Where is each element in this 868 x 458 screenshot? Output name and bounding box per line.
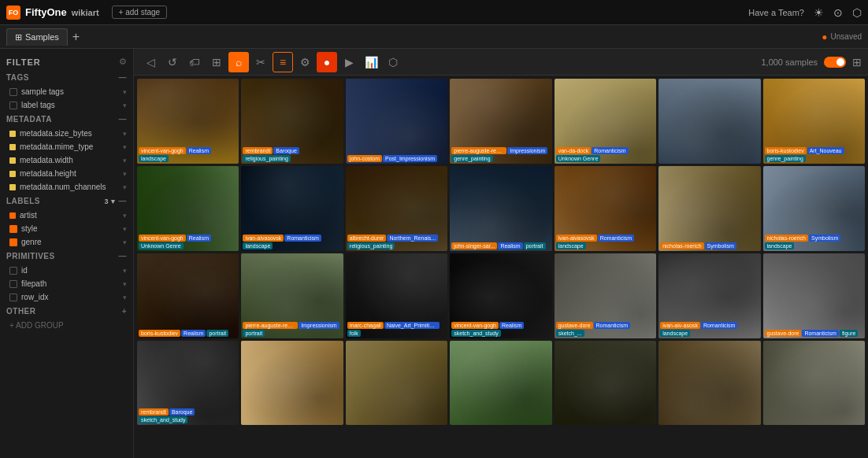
image-cell[interactable] <box>555 341 656 426</box>
image-cell[interactable]: rembrandtBaroquereligious_painting <box>241 79 343 164</box>
image-cell[interactable]: boris-kustodievArt_Nouveaugenre_painting <box>763 79 865 164</box>
cluster-button[interactable]: ⬡ <box>383 52 403 72</box>
image-cell[interactable]: marc-chagallNaive_Art_Primitivismfolk <box>346 253 447 338</box>
sidebar-item-sample-tags[interactable]: sample tags ▾ <box>0 85 133 98</box>
image-cell[interactable] <box>763 341 865 426</box>
image-tag: landscape <box>660 330 690 337</box>
section-tags-label: TAGS <box>6 73 29 82</box>
github-icon[interactable]: ⊙ <box>833 6 843 19</box>
image-cell[interactable] <box>658 341 760 426</box>
label-tags-checkbox[interactable] <box>9 102 17 109</box>
tab-add-button[interactable]: + <box>68 30 84 44</box>
image-tag: rembrandt <box>139 408 169 416</box>
image-tag: vincent-van-gogh <box>139 147 186 154</box>
image-cell[interactable]: ivan-aivasovskRomanticismlandscape <box>241 166 343 251</box>
image-cell[interactable] <box>241 341 343 426</box>
image-cell[interactable]: nicholas-roerichSymbolismlandscape <box>763 166 865 251</box>
meta-height-dot <box>9 171 16 177</box>
image-tag: Art_Nouveau <box>807 147 844 154</box>
image-cell[interactable]: vincent-van-goghRealismsketch_and_study <box>450 253 551 338</box>
have-a-team-link[interactable]: Have a Team? <box>748 8 804 17</box>
grid-view-icon[interactable]: ⊞ <box>852 56 862 68</box>
sidebar-item-artist[interactable]: artist ▾ <box>0 209 133 222</box>
image-tag: Realism <box>187 147 211 154</box>
style-checkbox[interactable] <box>9 225 17 233</box>
image-cell[interactable] <box>450 341 551 426</box>
label-tags-label: label tags <box>21 101 123 109</box>
add-group-button[interactable]: + ADD GROUP <box>0 319 133 332</box>
samples-info: 1,000 samples ⊞ <box>761 56 862 68</box>
tags-button[interactable]: 🏷 <box>184 52 205 72</box>
tab-samples[interactable]: ⊞ Samples <box>6 28 68 46</box>
image-tags: albrecht-durerNorthern_Renais...religiou… <box>347 235 446 249</box>
select-button[interactable]: ✂ <box>250 52 271 72</box>
image-tag: landscape <box>139 155 169 162</box>
color-button[interactable]: ● <box>317 52 337 72</box>
chart-button[interactable]: 📊 <box>361 52 381 72</box>
filepath-checkbox[interactable] <box>9 280 17 288</box>
sample-tags-checkbox[interactable] <box>9 88 17 96</box>
refresh-button[interactable]: ↺ <box>162 52 183 72</box>
image-cell[interactable]: vincent-van-goghRealismUnknown Genre <box>137 166 239 251</box>
sidebar: FILTER ⚙ TAGS — sample tags ▾ label tags… <box>0 49 134 458</box>
sidebar-item-row-idx[interactable]: row_idx ▾ <box>0 290 133 304</box>
row-idx-checkbox[interactable] <box>9 294 17 301</box>
section-labels-collapse[interactable]: — <box>119 197 128 205</box>
section-other-add[interactable]: + <box>122 307 127 316</box>
image-cell[interactable]: pierre-auguste-renoirImpressionismgenre_… <box>450 79 551 164</box>
image-cell[interactable]: vincent-van-goghRealismlandscape <box>137 79 239 164</box>
sidebar-item-meta-width[interactable]: metadata.width ▾ <box>0 153 133 167</box>
image-cell[interactable]: ivan-aivasovskRomanticismlandscape <box>555 166 656 251</box>
search-button[interactable]: ⌕ <box>228 52 249 72</box>
back-button[interactable]: ◁ <box>140 52 161 72</box>
image-cell[interactable]: nicholas-roerichSymbolism <box>658 166 760 251</box>
section-primitives-collapse[interactable]: — <box>119 252 128 260</box>
image-cell[interactable]: gustave-doreRomanticismsketch_... <box>555 253 656 338</box>
github-octocat-icon[interactable]: ⬡ <box>852 6 862 19</box>
toggle-switch[interactable] <box>824 57 846 68</box>
image-tag: john-singer-sar... <box>451 242 497 249</box>
image-cell[interactable]: gustave-doreRomanticismfigure <box>763 253 865 338</box>
genre-label: genre <box>21 238 123 246</box>
image-tag: genre_painting <box>765 155 806 162</box>
image-cell[interactable]: van-da-dockRomanticismUnknown Genre <box>555 79 656 164</box>
image-cell[interactable] <box>346 341 447 426</box>
sidebar-item-meta-mime[interactable]: metadata.mime_type ▾ <box>0 140 133 153</box>
image-cell[interactable]: pierre-auguste-renoirImpressionismportra… <box>241 253 343 338</box>
genre-checkbox[interactable] <box>9 238 17 246</box>
image-cell[interactable]: boris-kustodievRealismportrait <box>137 253 239 338</box>
image-tags: gustave-doreRomanticismsketch_... <box>556 322 655 337</box>
id-checkbox[interactable] <box>9 267 17 275</box>
image-tag: Unknown Genre <box>139 242 184 249</box>
sidebar-item-label-tags[interactable]: label tags ▾ <box>0 98 133 112</box>
image-cell[interactable]: rembrandtBaroquesketch_and_study <box>137 341 239 426</box>
filter-settings-icon[interactable]: ⚙ <box>119 57 127 67</box>
sun-icon[interactable]: ☀ <box>814 6 824 19</box>
image-tag: nicholas-roerich <box>765 235 808 242</box>
sidebar-item-filepath[interactable]: filepath ▾ <box>0 277 133 290</box>
grid-button[interactable]: ⊞ <box>206 52 227 72</box>
play-button[interactable]: ▶ <box>339 52 359 72</box>
image-cell[interactable]: albrecht-durerNorthern_Renais...religiou… <box>346 166 447 251</box>
image-cell[interactable]: john-costomPost_Impressionism <box>346 79 447 164</box>
image-tags: rembrandtBaroquereligious_painting <box>243 147 341 162</box>
settings-button[interactable]: ⚙ <box>295 52 315 72</box>
list-button[interactable]: ≡ <box>273 52 293 72</box>
main-content: FILTER ⚙ TAGS — sample tags ▾ label tags… <box>0 49 868 458</box>
sidebar-item-meta-height[interactable]: metadata.height ▾ <box>0 167 133 180</box>
section-labels: LABELS 3 ▾ — <box>0 194 133 209</box>
image-cell[interactable]: ivan-aiv-asoskRomanticismlandscape <box>658 253 760 338</box>
image-cell[interactable]: john-singer-sar...Realismportrait <box>450 166 551 251</box>
image-cell[interactable] <box>658 79 760 164</box>
sidebar-item-meta-size[interactable]: metadata.size_bytes ▾ <box>0 127 133 140</box>
sidebar-item-style[interactable]: style ▾ <box>0 222 133 235</box>
sidebar-item-genre[interactable]: genre ▾ <box>0 235 133 249</box>
sidebar-item-meta-channels[interactable]: metadata.num_channels ▾ <box>0 180 133 194</box>
add-stage-button[interactable]: + add stage <box>112 6 168 19</box>
image-tag: Baroque <box>273 147 299 154</box>
sidebar-item-id[interactable]: id ▾ <box>0 264 133 277</box>
image-tags: john-singer-sar...Realismportrait <box>451 242 550 249</box>
section-metadata-collapse[interactable]: — <box>119 115 128 124</box>
filepath-label: filepath <box>21 279 123 288</box>
section-tags-collapse[interactable]: — <box>119 73 128 82</box>
